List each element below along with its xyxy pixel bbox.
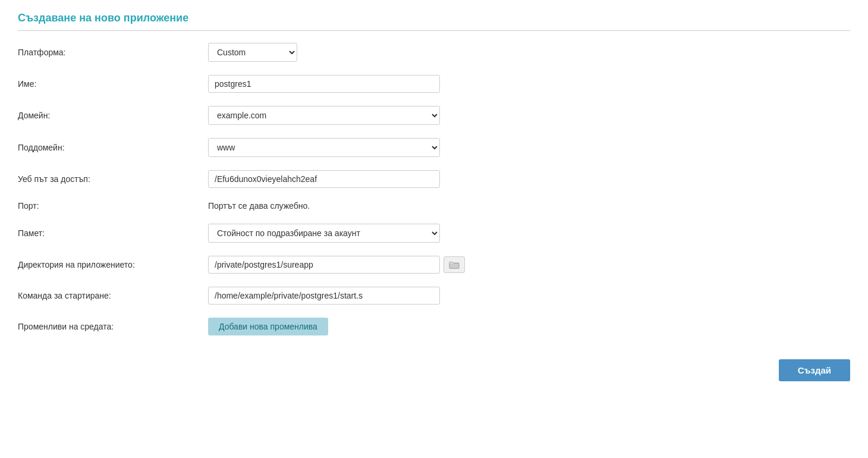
domain-row: Домейн: example.com example.org example.… bbox=[18, 106, 850, 125]
memory-select[interactable]: Стойност по подразбиране за акаунт 256 M… bbox=[208, 224, 440, 243]
form-container: Платформа: Custom Node.js Python PHP Rub… bbox=[18, 43, 850, 381]
subdomain-label: Поддомейн: bbox=[18, 143, 208, 152]
port-static-text: Портът се дава служебно. bbox=[208, 201, 310, 211]
webpath-label: Уеб път за достъп: bbox=[18, 174, 208, 184]
svg-rect-0 bbox=[449, 263, 459, 268]
domain-label: Домейн: bbox=[18, 111, 208, 120]
domain-select[interactable]: example.com example.org example.net bbox=[208, 106, 440, 125]
webpath-row: Уеб път за достъп: bbox=[18, 170, 850, 188]
memory-label: Памет: bbox=[18, 228, 208, 238]
appdir-input[interactable] bbox=[208, 256, 440, 274]
folder-browse-button[interactable] bbox=[444, 256, 465, 273]
appdir-wrapper bbox=[208, 256, 465, 274]
port-row: Порт: Портът се дава служебно. bbox=[18, 201, 850, 211]
create-button[interactable]: Създай bbox=[779, 359, 850, 381]
add-variable-button[interactable]: Добави нова променлива bbox=[208, 318, 328, 335]
memory-row: Памет: Стойност по подразбиране за акаун… bbox=[18, 224, 850, 243]
webpath-input[interactable] bbox=[208, 170, 440, 188]
platform-select[interactable]: Custom Node.js Python PHP Ruby bbox=[208, 43, 297, 62]
name-label: Име: bbox=[18, 79, 208, 89]
envvars-label: Променливи на средата: bbox=[18, 322, 208, 331]
startcmd-input[interactable] bbox=[208, 287, 440, 305]
name-row: Име: bbox=[18, 75, 850, 93]
appdir-label: Директория на приложението: bbox=[18, 260, 208, 269]
startcmd-row: Команда за стартиране: bbox=[18, 287, 850, 305]
port-label: Порт: bbox=[18, 201, 208, 211]
envvars-row: Променливи на средата: Добави нова проме… bbox=[18, 318, 850, 335]
footer-row: Създай bbox=[18, 353, 850, 381]
platform-row: Платформа: Custom Node.js Python PHP Rub… bbox=[18, 43, 850, 62]
subdomain-select[interactable]: www app api bbox=[208, 138, 440, 157]
subdomain-row: Поддомейн: www app api bbox=[18, 138, 850, 157]
name-input[interactable] bbox=[208, 75, 440, 93]
startcmd-label: Команда за стартиране: bbox=[18, 291, 208, 300]
page-title: Създаване на ново приложение bbox=[18, 12, 850, 31]
platform-label: Платформа: bbox=[18, 48, 208, 57]
appdir-row: Директория на приложението: bbox=[18, 256, 850, 274]
folder-icon bbox=[449, 260, 460, 269]
